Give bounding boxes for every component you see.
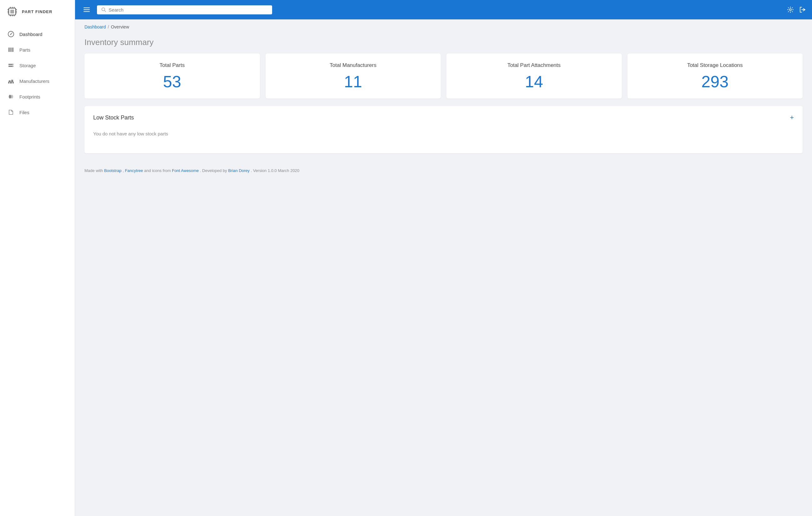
main-content: Dashboard / Overview Inventory summary T… [75,20,812,516]
svg-point-29 [11,95,13,98]
sidebar-item-manufacturers-label: Manufacturers [20,79,50,84]
breadcrumb: Dashboard / Overview [75,20,812,34]
card-total-manufacturers: Total Manufacturers 11 [266,54,441,98]
card-total-manufacturers-label: Total Manufacturers [330,62,376,68]
sidebar-item-parts[interactable]: Parts [0,42,75,58]
svg-rect-1 [10,10,14,13]
svg-rect-26 [9,82,10,84]
svg-line-34 [105,10,106,11]
dashboard-icon [7,31,14,37]
breadcrumb-separator: / [108,24,109,29]
sidebar-item-files[interactable]: Files [0,104,75,120]
card-total-attachments: Total Part Attachments 14 [446,54,622,98]
svg-point-22 [12,66,13,67]
svg-rect-25 [11,80,13,82]
topnav-actions [787,6,806,13]
svg-rect-27 [12,82,12,84]
storage-icon [7,62,14,69]
search-icon [102,7,106,12]
svg-rect-18 [12,48,13,52]
main-area: Dashboard / Overview Inventory summary T… [75,0,812,516]
footer-link-fontawesome[interactable]: Font Awesome [172,168,199,173]
footer-text1: and icons from [144,168,172,173]
card-total-storage: Total Storage Locations 293 [628,54,803,98]
footer-prefix: Made with [84,168,104,173]
topnav [75,0,812,20]
manufacturers-icon [7,78,14,85]
app-logo-icon [6,6,18,18]
inventory-title: Inventory summary [84,37,803,47]
sidebar-nav: Dashboard Parts S [0,23,75,123]
sidebar-item-manufacturers[interactable]: Manufacturers [0,73,75,89]
search-input[interactable] [109,7,268,12]
footprints-icon [7,93,14,100]
svg-rect-16 [8,48,10,52]
sidebar-item-footprints-label: Footprints [20,94,40,99]
inventory-section: Inventory summary Total Parts 53 Total M… [75,34,812,159]
low-stock-card: Low Stock Parts + You do not have any lo… [84,106,803,153]
svg-rect-23 [8,82,14,84]
svg-rect-17 [10,48,11,52]
low-stock-header: Low Stock Parts + [93,114,794,122]
footer-link-author[interactable]: Brian Dorey [228,168,250,173]
card-total-attachments-label: Total Part Attachments [508,62,560,68]
parts-icon [7,46,14,53]
sidebar: PART FINDER Dashboard [0,0,75,516]
footer: Made with Bootstrap , Fancytree and icon… [75,159,812,182]
sidebar-item-storage-label: Storage [20,63,36,68]
card-total-parts-label: Total Parts [160,62,184,68]
footer-link-bootstrap[interactable]: Bootstrap [104,168,122,173]
footer-text2: . Developed by [200,168,228,173]
breadcrumb-current: Overview [111,24,129,29]
search-bar[interactable] [97,5,272,14]
breadcrumb-home[interactable]: Dashboard [84,24,106,29]
card-total-storage-value: 293 [701,73,728,90]
logout-icon [799,6,806,13]
sidebar-item-dashboard[interactable]: Dashboard [0,26,75,42]
svg-rect-24 [9,80,11,82]
card-total-parts: Total Parts 53 [84,54,260,98]
summary-cards: Total Parts 53 Total Manufacturers 11 To… [84,54,803,98]
card-total-manufacturers-value: 11 [344,73,362,90]
files-icon [7,109,14,116]
svg-point-15 [11,34,11,35]
low-stock-empty-message: You do not have any low stock parts [93,127,794,146]
sidebar-item-dashboard-label: Dashboard [20,32,42,37]
settings-icon [787,6,794,13]
svg-point-21 [12,64,13,65]
low-stock-add-button[interactable]: + [790,114,794,122]
sidebar-item-footprints[interactable]: Footprints [0,89,75,104]
footer-link-fancytree[interactable]: Fancytree [125,168,143,173]
sidebar-item-storage[interactable]: Storage [0,58,75,73]
app-name: PART FINDER [22,9,52,14]
footer-text3: . Version 1.0.0 March 2020 [251,168,299,173]
card-total-parts-value: 53 [163,73,181,90]
sidebar-item-parts-label: Parts [20,47,30,53]
card-total-attachments-value: 14 [525,73,543,90]
menu-button[interactable] [81,4,92,15]
app-logo: PART FINDER [0,0,75,23]
logout-button[interactable] [799,6,806,13]
settings-button[interactable] [787,6,794,13]
hamburger-icon [83,6,90,13]
card-total-storage-label: Total Storage Locations [687,62,743,68]
low-stock-title: Low Stock Parts [93,115,134,121]
sidebar-item-files-label: Files [20,110,29,115]
svg-point-35 [789,9,791,11]
